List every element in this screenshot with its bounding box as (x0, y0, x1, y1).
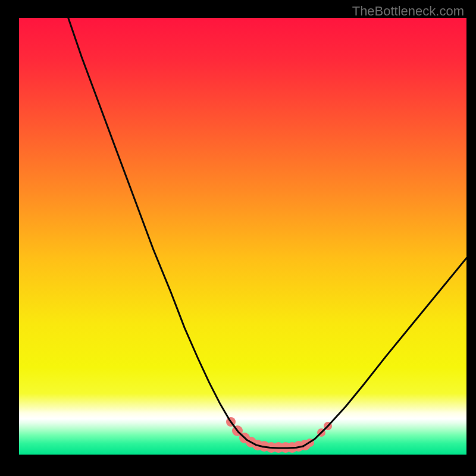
curve-right-curve (303, 258, 466, 446)
plot-area (19, 18, 466, 455)
curve-left-curve (68, 18, 263, 447)
watermark-text: TheBottleneck.com (352, 4, 464, 19)
curve-layer (19, 18, 466, 455)
chart-frame: TheBottleneck.com (0, 0, 476, 476)
curve-bottom-flat (263, 446, 303, 448)
